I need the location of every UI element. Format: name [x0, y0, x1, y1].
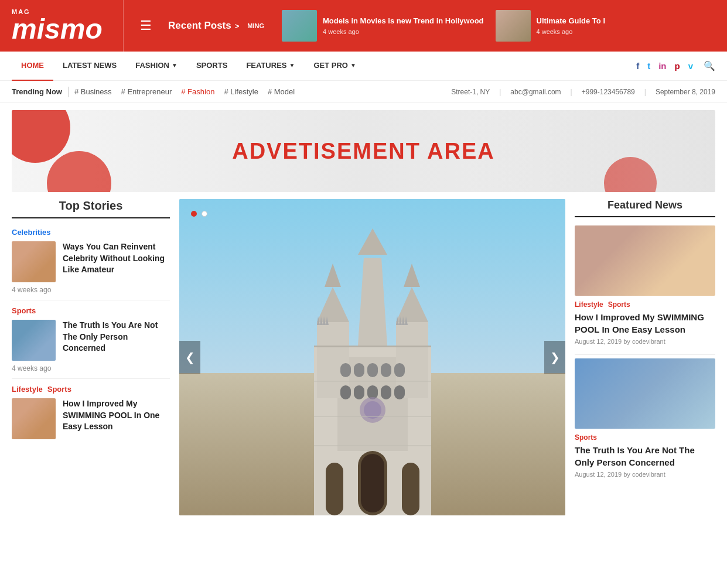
- svg-marker-3: [358, 228, 387, 255]
- ad-circle-bl: [47, 151, 111, 192]
- nav-features[interactable]: FEATURES ▼: [237, 52, 304, 81]
- featured-cat-lifestyle[interactable]: Lifestyle: [575, 300, 603, 309]
- featured-meta-1: August 12, 2019 by codevibrant: [575, 338, 715, 345]
- recent-posts-text: Recent Posts: [168, 20, 231, 32]
- ticker-divider: [68, 87, 69, 97]
- hamburger-button[interactable]: ☰: [135, 16, 156, 36]
- features-caret: ▼: [289, 62, 295, 69]
- top-stories-sidebar: Top Stories Celebrities Ways You Can Rei…: [12, 199, 170, 515]
- story-cat-sports[interactable]: Sports: [47, 385, 71, 394]
- ticker-info: Street-1, NY | abc@gmail.com | +999-1234…: [451, 88, 715, 96]
- vimeo-icon[interactable]: v: [688, 61, 693, 71]
- featured-date-2: August 12, 2019: [575, 471, 622, 478]
- header-divider: [123, 0, 124, 52]
- ticker-tag-business[interactable]: # Business: [74, 87, 112, 96]
- header-post-title-1: Models in Movies is new Trend in Hollywo…: [323, 16, 483, 26]
- featured-thumb-2: [575, 358, 715, 429]
- ad-circle-tl: [12, 110, 70, 163]
- slider-dots: [191, 211, 207, 217]
- featured-item-1: Lifestyle Sports How I Improved My SWIMM…: [575, 225, 715, 345]
- story-item-1: Ways You Can Reinvent Celebrity Without …: [12, 241, 170, 282]
- nav-sports[interactable]: SPORTS: [187, 52, 237, 81]
- svg-rect-27: [394, 385, 405, 399]
- top-stories-title: Top Stories: [12, 199, 170, 218]
- facebook-icon[interactable]: f: [636, 61, 639, 71]
- fashion-caret: ▼: [172, 62, 178, 69]
- story-title-3[interactable]: How I Improved My SWIMMING POOL In One E…: [63, 398, 170, 433]
- header-post-info-1: Models in Movies is new Trend in Hollywo…: [323, 16, 483, 36]
- header-post-1[interactable]: Models in Movies is new Trend in Hollywo…: [282, 10, 483, 42]
- story-category-multi: Lifestyle Sports: [12, 385, 170, 394]
- main-layout: Top Stories Celebrities Ways You Can Rei…: [0, 199, 727, 515]
- svg-marker-9: [404, 264, 420, 287]
- header-post-thumb-1: [282, 10, 317, 42]
- header-post-time-2: 4 weeks ago: [537, 28, 606, 35]
- story-cat-lifestyle[interactable]: Lifestyle: [12, 385, 43, 394]
- svg-rect-34: [314, 346, 431, 347]
- nav-links: HOME LATEST NEWS FASHION ▼ SPORTS FEATUR…: [12, 52, 636, 81]
- ticker-tags: # Business # Entrepreneur # Fashion # Li…: [74, 87, 451, 96]
- story-category-1[interactable]: Celebrities: [12, 228, 170, 237]
- recent-posts-arrow: >: [235, 22, 240, 30]
- featured-item-title-2[interactable]: The Truth Is You Are Not The Only Person…: [575, 444, 715, 469]
- svg-rect-35: [314, 381, 431, 382]
- twitter-icon[interactable]: t: [647, 61, 650, 71]
- get-pro-caret: ▼: [350, 62, 356, 69]
- featured-cats-2: Sports: [575, 433, 715, 442]
- header-post-time-1: 4 weeks ago: [323, 28, 483, 35]
- logo[interactable]: MAG mismo: [12, 8, 105, 43]
- featured-author-1: codevibrant: [632, 338, 665, 345]
- cathedral-svg: [250, 228, 496, 515]
- nav-home[interactable]: HOME: [12, 52, 53, 81]
- svg-rect-20: [367, 363, 378, 377]
- ticker-tag-entrepreneur[interactable]: # Entrepreneur: [121, 87, 172, 96]
- nav-fashion[interactable]: FASHION ▼: [126, 52, 187, 81]
- svg-rect-21: [381, 363, 391, 377]
- recent-posts-label[interactable]: Recent Posts > MING: [168, 20, 264, 32]
- ticker-tag-model[interactable]: # Model: [268, 87, 295, 96]
- svg-rect-22: [394, 363, 405, 377]
- slider-dot-1[interactable]: [191, 211, 197, 217]
- center-slider: ❮ ❯: [170, 199, 575, 515]
- ticker-bar: Trending Now # Business # Entrepreneur #…: [0, 81, 727, 103]
- featured-cat-sports-2[interactable]: Sports: [575, 433, 597, 442]
- story-thumb-1: [12, 241, 56, 282]
- story-title-2[interactable]: The Truth Is You Are Not The Only Person…: [63, 320, 170, 354]
- search-icon[interactable]: 🔍: [704, 60, 715, 71]
- featured-cat-sports[interactable]: Sports: [608, 300, 630, 309]
- svg-marker-5: [317, 287, 349, 322]
- svg-rect-33: [402, 463, 419, 515]
- pinterest-icon[interactable]: p: [674, 61, 680, 71]
- header-post-2[interactable]: Ultimate Guide To I 4 weeks ago: [496, 10, 606, 42]
- svg-marker-2: [358, 258, 387, 346]
- nav-latest-news[interactable]: LATEST NEWS: [53, 52, 126, 81]
- svg-marker-8: [396, 287, 428, 322]
- slider-dot-2[interactable]: [202, 211, 207, 217]
- story-category-2[interactable]: Sports: [12, 306, 170, 315]
- story-text-3: How I Improved My SWIMMING POOL In One E…: [63, 398, 170, 439]
- main-nav: HOME LATEST NEWS FASHION ▼ SPORTS FEATUR…: [0, 52, 727, 81]
- ticker-tag-lifestyle[interactable]: # Lifestyle: [224, 87, 258, 96]
- story-title-1[interactable]: Ways You Can Reinvent Celebrity Without …: [63, 241, 170, 276]
- story-separator-1: [12, 300, 170, 300]
- logo-name: mismo: [12, 15, 105, 43]
- svg-rect-26: [381, 385, 391, 399]
- featured-item-title-1[interactable]: How I Improved My SWIMMING POOL In One E…: [575, 311, 715, 336]
- svg-marker-6: [325, 264, 341, 287]
- featured-thumb-1: [575, 225, 715, 296]
- slider-next-button[interactable]: ❯: [544, 341, 565, 374]
- story-text-1: Ways You Can Reinvent Celebrity Without …: [63, 241, 170, 282]
- featured-meta-2: August 12, 2019 by codevibrant: [575, 471, 715, 478]
- slider-prev-button[interactable]: ❮: [179, 341, 200, 374]
- featured-news-title: Featured News: [575, 199, 715, 217]
- ticker-address: Street-1, NY: [451, 88, 490, 96]
- instagram-icon[interactable]: in: [658, 61, 666, 71]
- story-item-3: How I Improved My SWIMMING POOL In One E…: [12, 398, 170, 439]
- story-time-2: 4 weeks ago: [12, 364, 170, 372]
- ticker-tag-fashion[interactable]: # Fashion: [181, 87, 214, 96]
- nav-get-pro[interactable]: GET PRO ▼: [304, 52, 365, 81]
- featured-date-1: August 12, 2019: [575, 338, 622, 345]
- featured-author-2: codevibrant: [632, 471, 665, 478]
- header-post-info-2: Ultimate Guide To I 4 weeks ago: [537, 16, 606, 36]
- ticker-email: abc@gmail.com: [510, 88, 561, 96]
